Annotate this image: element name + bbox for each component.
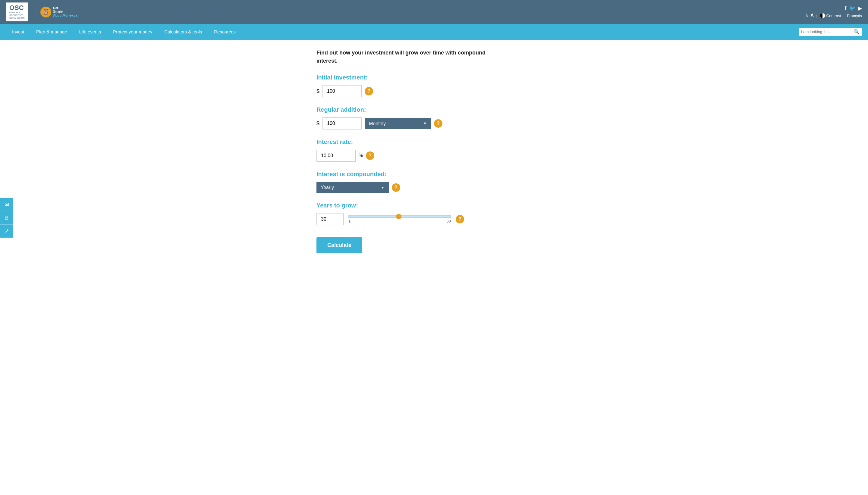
logo-area: OSC ONTARIOSECURITIESCOMMISSION 🦉 Get Sm… [6, 2, 78, 21]
nav-links: Invest Plan & manage Life events Protect… [6, 24, 242, 40]
years-to-grow-label: Years to grow: [316, 202, 558, 209]
youtube-icon[interactable]: ▶ [858, 5, 862, 11]
nav-item-calculators[interactable]: Calculators & tools [158, 24, 208, 40]
font-large-btn[interactable]: A [810, 13, 814, 18]
gsm-logo: 🦉 Get Smarter AboutMoney.ca [40, 6, 78, 17]
slider-wrapper: 1 60 [348, 215, 451, 223]
compounded-select[interactable]: Yearly Monthly Weekly Daily [316, 182, 389, 193]
calculate-button[interactable]: Calculate [316, 237, 362, 253]
gsm-icon: 🦉 [40, 6, 51, 17]
years-help[interactable]: ? [456, 215, 464, 223]
slider-labels: 1 60 [348, 219, 451, 223]
interest-rate-help[interactable]: ? [366, 151, 374, 160]
years-to-grow-row: 1 60 ? [316, 213, 558, 225]
regular-addition-row: $ Monthly Yearly Weekly Bi-weekly ▼ ? [316, 117, 558, 130]
osc-initials: OSC [9, 4, 24, 11]
years-slider[interactable] [348, 215, 451, 218]
initial-investment-help[interactable]: ? [365, 87, 373, 96]
side-print-button[interactable]: 🖨 [0, 211, 13, 225]
compounded-row: Yearly Monthly Weekly Daily ▼ ? [316, 182, 558, 193]
language-button[interactable]: Français [847, 14, 862, 18]
interest-rate-section: Interest rate: % ? [316, 138, 558, 162]
top-right-area: 𝐟 🐦 ▶ A A | Contrast | Français [806, 5, 862, 18]
interest-rate-row: % ? [316, 150, 558, 162]
nav-item-resources[interactable]: Resources [208, 24, 242, 40]
compounded-label: Interest is compounded: [316, 171, 558, 178]
page-description: Find out how your investment will grow o… [316, 49, 497, 65]
contrast-button[interactable]: Contrast [820, 13, 841, 18]
search-box: 🔍 [799, 28, 862, 36]
main-nav: Invest Plan & manage Life events Protect… [0, 24, 868, 40]
nav-item-invest[interactable]: Invest [6, 24, 30, 40]
interest-rate-input[interactable] [316, 150, 356, 162]
initial-investment-section: Initial investment: $ ? [316, 74, 558, 97]
regular-addition-help[interactable]: ? [434, 119, 442, 128]
main-content: Find out how your investment will grow o… [298, 40, 570, 271]
regular-addition-input[interactable] [323, 117, 362, 130]
side-email-button[interactable]: ✉ [0, 198, 13, 211]
compounded-select-wrapper: Yearly Monthly Weekly Daily ▼ [316, 182, 389, 193]
frequency-select[interactable]: Monthly Yearly Weekly Bi-weekly [365, 118, 431, 129]
utility-bar: A A | Contrast | Français [806, 13, 862, 18]
font-small-btn[interactable]: A [806, 14, 808, 18]
nav-item-plan-manage[interactable]: Plan & manage [30, 24, 73, 40]
email-icon: ✉ [4, 201, 9, 208]
search-input[interactable] [801, 30, 852, 34]
interest-rate-label: Interest rate: [316, 138, 558, 146]
top-header: OSC ONTARIOSECURITIESCOMMISSION 🦉 Get Sm… [0, 0, 868, 24]
nav-item-life-events[interactable]: Life events [73, 24, 107, 40]
share-icon: ↗ [4, 228, 9, 234]
contrast-icon [820, 13, 825, 18]
regular-addition-label: Regular addition: [316, 106, 558, 113]
facebook-icon[interactable]: 𝐟 [845, 5, 846, 11]
initial-investment-input[interactable] [323, 85, 362, 97]
years-to-grow-section: Years to grow: 1 60 ? [316, 202, 558, 225]
osc-logo: OSC ONTARIOSECURITIESCOMMISSION [6, 2, 28, 21]
gsm-text: Get Smarter AboutMoney.ca [53, 6, 78, 17]
contrast-label: Contrast [826, 14, 841, 18]
slider-max-label: 60 [447, 219, 451, 223]
percent-sign: % [359, 153, 363, 158]
frequency-select-wrapper: Monthly Yearly Weekly Bi-weekly ▼ [365, 118, 431, 129]
osc-subtitle: ONTARIOSECURITIESCOMMISSION [9, 11, 25, 19]
social-icons-top: 𝐟 🐦 ▶ [845, 5, 862, 11]
years-input[interactable] [316, 213, 344, 225]
print-icon: 🖨 [4, 215, 9, 221]
initial-investment-row: $ ? [316, 85, 558, 97]
side-social-bar: ✉ 🖨 ↗ [0, 198, 13, 238]
twitter-icon[interactable]: 🐦 [849, 5, 855, 11]
dollar-sign-regular: $ [316, 120, 320, 127]
regular-addition-section: Regular addition: $ Monthly Yearly Weekl… [316, 106, 558, 130]
slider-min-label: 1 [348, 219, 350, 223]
compounded-section: Interest is compounded: Yearly Monthly W… [316, 171, 558, 193]
logo-divider [34, 6, 34, 18]
initial-investment-label: Initial investment: [316, 74, 558, 81]
dollar-sign-initial: $ [316, 88, 320, 95]
side-share-button[interactable]: ↗ [0, 225, 13, 238]
search-button[interactable]: 🔍 [853, 29, 859, 35]
nav-item-protect-money[interactable]: Protect your money [107, 24, 158, 40]
compounded-help[interactable]: ? [392, 183, 400, 192]
